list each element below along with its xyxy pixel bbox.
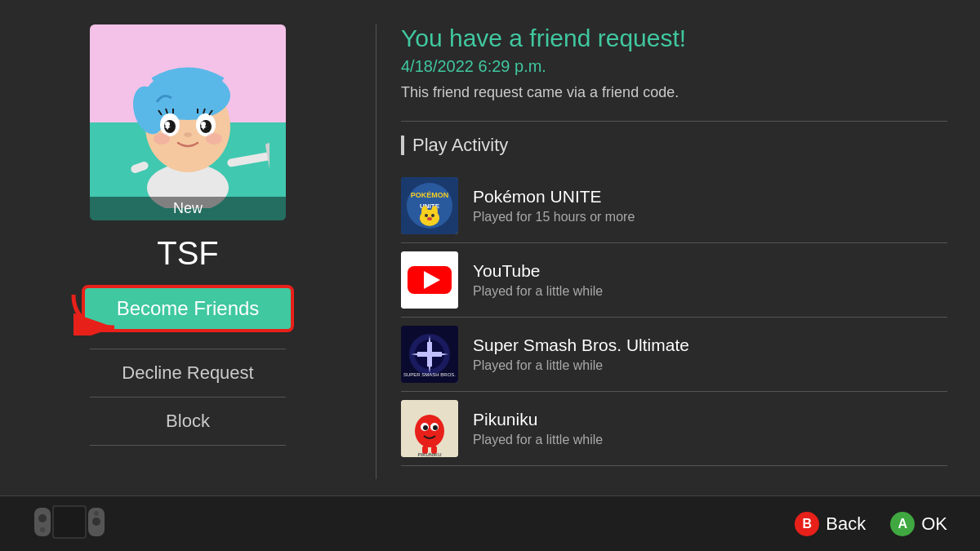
ok-label: OK bbox=[921, 513, 947, 535]
friend-request-title: You have a friend request! bbox=[401, 24, 947, 52]
svg-point-54 bbox=[423, 425, 428, 430]
svg-point-65 bbox=[92, 518, 100, 526]
svg-rect-44 bbox=[417, 352, 442, 357]
svg-point-33 bbox=[422, 210, 437, 223]
play-activity-header: Play Activity bbox=[401, 135, 947, 156]
play-activity-label: Play Activity bbox=[412, 135, 508, 156]
game-playtime: Played for a little while bbox=[473, 284, 603, 299]
svg-text:✦: ✦ bbox=[163, 122, 172, 133]
right-panel: You have a friend request! 4/18/2022 6:2… bbox=[376, 24, 964, 479]
svg-point-66 bbox=[94, 511, 99, 516]
left-panel: ✦ ✦ bbox=[16, 24, 359, 479]
svg-point-61 bbox=[40, 527, 45, 532]
game-playtime: Played for a little while bbox=[473, 358, 689, 373]
game-title: Pokémon UNITE bbox=[473, 187, 635, 207]
bottom-left bbox=[33, 504, 795, 544]
game-item: YouTube Played for a little while bbox=[401, 243, 947, 318]
svg-text:POKÉMON: POKÉMON bbox=[411, 191, 449, 199]
back-label: Back bbox=[826, 513, 866, 535]
svg-rect-2 bbox=[227, 151, 270, 167]
section-divider bbox=[401, 121, 947, 122]
ok-button[interactable]: A OK bbox=[890, 512, 947, 536]
back-button[interactable]: B Back bbox=[795, 512, 866, 536]
game-title: Pikuniku bbox=[473, 410, 603, 429]
svg-text:✦: ✦ bbox=[199, 122, 207, 133]
game-title: YouTube bbox=[473, 261, 603, 281]
avatar-new-badge: New bbox=[90, 197, 286, 220]
divider-3 bbox=[90, 445, 286, 446]
mii-svg: ✦ ✦ bbox=[106, 37, 270, 208]
game-item: POKÉMON UNITE Pokémon UNITE Played bbox=[401, 169, 947, 243]
play-activity-bar-icon bbox=[401, 136, 404, 155]
game-title: Super Smash Bros. Ultimate bbox=[473, 335, 689, 355]
svg-point-36 bbox=[427, 217, 432, 220]
game-info: Pokémon UNITE Played for 15 hours or mor… bbox=[473, 187, 635, 224]
red-arrow-icon bbox=[65, 287, 131, 339]
svg-point-24 bbox=[206, 133, 222, 144]
divider-1 bbox=[90, 349, 286, 349]
pokemon-unite-icon: POKÉMON UNITE bbox=[401, 177, 458, 234]
svg-point-35 bbox=[431, 214, 434, 217]
svg-point-51 bbox=[415, 415, 444, 447]
bottom-right: B Back A OK bbox=[795, 512, 947, 536]
smash-bros-icon: SUPER SMASH BROS. bbox=[401, 326, 458, 383]
switch-logo bbox=[33, 504, 106, 540]
username: TSF bbox=[157, 235, 219, 272]
game-playtime: Played for a little while bbox=[473, 433, 603, 447]
mii-figure: ✦ ✦ bbox=[90, 24, 286, 220]
nintendo-switch-icon bbox=[33, 504, 106, 544]
a-button-icon: A bbox=[890, 512, 915, 536]
svg-point-22 bbox=[184, 132, 192, 137]
game-item: SUPER SMASH BROS. Super Smash Bros. Ulti… bbox=[401, 318, 947, 392]
svg-text:SUPER SMASH BROS.: SUPER SMASH BROS. bbox=[403, 372, 456, 377]
friend-request-date: 4/18/2022 6:29 p.m. bbox=[401, 57, 947, 76]
bottom-bar: B Back A OK bbox=[0, 495, 980, 551]
friend-request-description: This friend request came via a friend co… bbox=[401, 84, 947, 101]
svg-point-60 bbox=[38, 514, 47, 522]
avatar: ✦ ✦ bbox=[90, 24, 286, 220]
game-info: Pikuniku Played for a little while bbox=[473, 410, 603, 447]
b-button-icon: B bbox=[795, 512, 819, 536]
game-list: POKÉMON UNITE Pokémon UNITE Played bbox=[401, 169, 947, 466]
svg-rect-63 bbox=[54, 507, 85, 537]
game-info: YouTube Played for a little while bbox=[473, 261, 603, 299]
block-button[interactable]: Block bbox=[166, 402, 210, 440]
svg-point-23 bbox=[154, 133, 170, 144]
svg-point-55 bbox=[433, 425, 438, 430]
svg-rect-1 bbox=[130, 161, 149, 175]
game-item: PIKUNIKU Pikuniku Played for a little wh… bbox=[401, 392, 947, 466]
game-info: Super Smash Bros. Ultimate Played for a … bbox=[473, 335, 689, 373]
svg-text:PIKUNIKU: PIKUNIKU bbox=[417, 452, 441, 457]
divider-2 bbox=[90, 397, 286, 398]
pikuniku-icon: PIKUNIKU bbox=[401, 400, 458, 457]
decline-request-button[interactable]: Decline Request bbox=[122, 354, 253, 392]
svg-point-34 bbox=[425, 214, 428, 217]
game-playtime: Played for 15 hours or more bbox=[473, 210, 635, 224]
youtube-icon bbox=[401, 251, 458, 309]
